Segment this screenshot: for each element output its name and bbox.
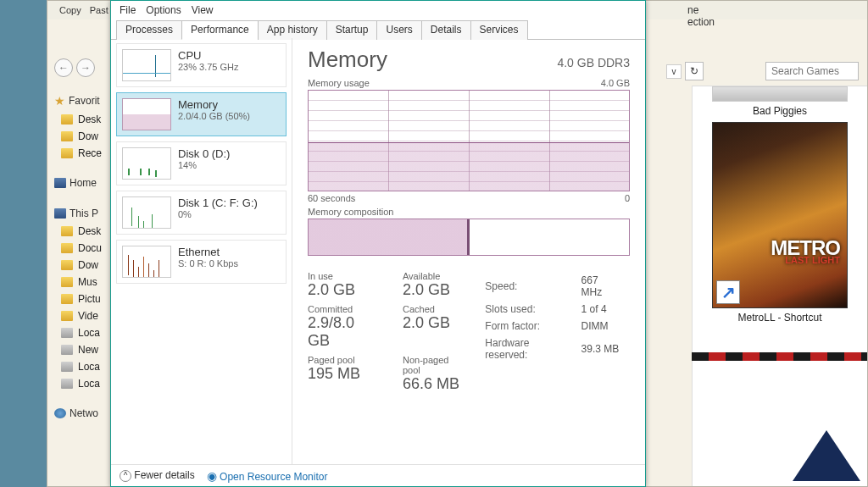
chevron-up-icon: ^	[120, 470, 131, 482]
game-tile-metro[interactable]: METROLAST LIGHT ↗ MetroLL - Shortcut	[712, 122, 848, 324]
sparkline-cpu	[122, 49, 171, 81]
drive-icon	[61, 328, 73, 338]
explorer-nav: ← →	[54, 58, 95, 77]
star-icon: ★	[54, 94, 65, 108]
graph-label-right: 4.0 GB	[601, 78, 630, 88]
performance-main: Memory 4.0 GB DDR3 Memory usage 4.0 GB 6…	[292, 38, 645, 464]
menu-file[interactable]: File	[120, 4, 136, 16]
stat-key: Speed:	[485, 273, 579, 300]
folder-icon	[61, 114, 73, 125]
tab-processes[interactable]: Processes	[116, 20, 182, 40]
stat-value: 2.9/8.0 GB	[308, 314, 381, 350]
side-card-ethernet[interactable]: Ethernet S: 0 R: 0 Kbps	[116, 240, 287, 284]
tab-app-history[interactable]: App history	[258, 20, 327, 40]
side-card-disk1[interactable]: Disk 1 (C: F: G:) 0%	[116, 191, 287, 235]
stat-value: 2.0 GB	[403, 281, 466, 299]
stat-val: DIMM	[581, 318, 628, 334]
menu-bar: File Options View	[111, 1, 645, 19]
menu-options[interactable]: Options	[146, 4, 181, 16]
open-resource-monitor-link[interactable]: ◉ Open Resource Monitor	[207, 469, 328, 483]
axis-left: 60 seconds	[308, 193, 355, 203]
homegroup-icon	[54, 178, 66, 188]
stat-val: 667 MHz	[581, 273, 628, 300]
ribbon-paste[interactable]: Past	[90, 5, 108, 15]
drive-icon	[61, 379, 73, 389]
side-title: Disk 1 (C: F: G:)	[178, 196, 258, 209]
sparkline-memory	[122, 98, 171, 130]
sparkline-disk1	[122, 196, 171, 229]
stats-left: In use 2.0 GB Available 2.0 GB Committed…	[308, 271, 466, 396]
side-card-cpu[interactable]: CPU 23% 3.75 GHz	[116, 43, 287, 87]
folder-icon	[61, 243, 73, 253]
side-title: CPU	[178, 49, 239, 62]
search-input[interactable]	[765, 62, 859, 80]
stat-key: Hardware reserved:	[485, 335, 579, 362]
memory-usage-chart	[308, 90, 630, 191]
side-card-disk0[interactable]: Disk 0 (D:) 14%	[116, 141, 287, 185]
side-title: Memory	[178, 98, 250, 111]
side-title: Disk 0 (D:)	[178, 147, 230, 160]
tab-performance[interactable]: Performance	[181, 20, 259, 40]
performance-sidebar: CPU 23% 3.75 GHz Memory 2.0/4.0 GB (50%)…	[111, 38, 292, 464]
tab-services[interactable]: Services	[470, 20, 528, 40]
fewer-details-button[interactable]: ^ Fewer details	[120, 469, 195, 482]
composition-label: Memory composition	[308, 207, 630, 217]
nav-forward-button[interactable]: →	[76, 58, 95, 77]
ribbon-fragment: ne ection	[687, 4, 715, 28]
folder-icon	[61, 260, 73, 270]
shortcut-arrow-icon: ↗	[716, 280, 740, 304]
ribbon-copy[interactable]: Copy	[59, 5, 81, 15]
game-thumb-metro: METROLAST LIGHT ↗	[712, 122, 848, 308]
stat-label: In use	[308, 271, 381, 281]
resource-monitor-icon: ◉	[207, 469, 217, 483]
menu-view[interactable]: View	[192, 4, 214, 16]
stat-val: 39.3 MB	[581, 335, 628, 362]
stat-label: Cached	[403, 304, 466, 314]
folder-icon	[61, 311, 73, 321]
graph-label-left: Memory usage	[308, 78, 370, 88]
folder-icon	[61, 277, 73, 287]
stat-value: 195 MB	[308, 365, 381, 383]
tab-details[interactable]: Details	[421, 20, 471, 40]
address-bar-tail[interactable]: v ↻	[666, 62, 753, 80]
pc-icon	[54, 208, 66, 219]
tab-startup[interactable]: Startup	[326, 20, 378, 40]
stat-label: Paged pool	[308, 355, 381, 365]
sparkline-disk0	[122, 147, 171, 180]
refresh-button[interactable]: ↻	[685, 62, 704, 80]
folder-icon	[61, 148, 73, 158]
stat-value: 2.0 GB	[403, 314, 466, 332]
game-label: Bad Piggies	[712, 105, 848, 117]
memory-spec: 4.0 GB DDR3	[557, 56, 630, 69]
page-title: Memory	[308, 47, 387, 73]
network-icon	[54, 408, 66, 418]
corner-logo	[793, 430, 860, 481]
tab-bar: Processes Performance App history Startu…	[111, 19, 645, 40]
side-sub: 14%	[178, 160, 230, 170]
decorative-bar	[692, 352, 867, 361]
stat-key: Slots used:	[485, 302, 579, 317]
stat-label: Non-paged pool	[403, 355, 466, 375]
nav-back-button[interactable]: ←	[54, 58, 73, 77]
drive-icon	[61, 362, 73, 372]
tab-users[interactable]: Users	[376, 20, 421, 40]
side-sub: 0%	[178, 209, 258, 219]
stats-right: Speed:667 MHz Slots used:1 of 4 Form fac…	[483, 271, 630, 396]
folder-icon	[61, 131, 73, 141]
drive-icon	[61, 345, 73, 355]
game-tile-badpiggies[interactable]: Bad Piggies	[712, 86, 848, 117]
stat-value: 66.6 MB	[403, 375, 466, 393]
address-dropdown-icon[interactable]: v	[666, 64, 682, 79]
stat-label: Available	[403, 271, 466, 281]
side-sub: S: 0 R: 0 Kbps	[178, 258, 238, 268]
side-sub: 2.0/4.0 GB (50%)	[178, 111, 250, 121]
ribbon-paste-label: Past	[90, 5, 108, 15]
side-card-memory[interactable]: Memory 2.0/4.0 GB (50%)	[116, 92, 287, 136]
folder-icon	[61, 226, 73, 236]
game-label: MetroLL - Shortcut	[712, 312, 848, 324]
stat-value: 2.0 GB	[308, 281, 381, 299]
side-title: Ethernet	[178, 246, 238, 258]
folder-icon	[61, 294, 73, 304]
ribbon-copy-label: Copy	[59, 5, 81, 15]
task-manager-window: File Options View Processes Performance …	[110, 0, 646, 487]
